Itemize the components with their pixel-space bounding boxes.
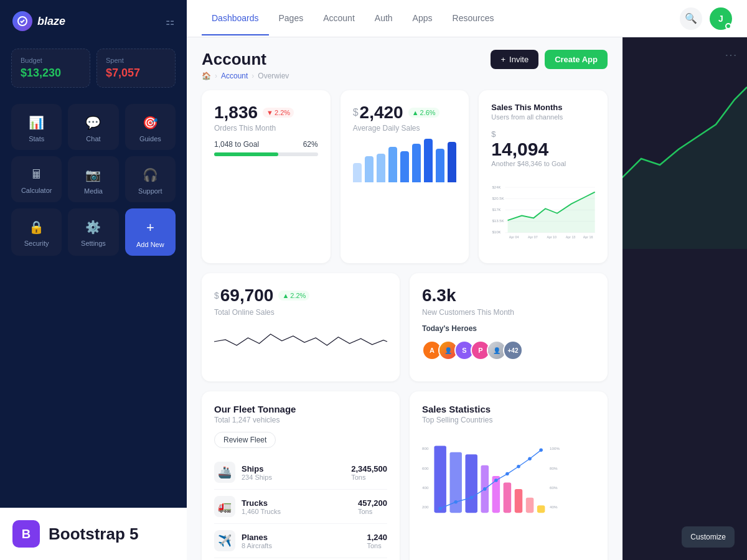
svg-text:Apr 10: Apr 10 — [547, 235, 557, 239]
planes-unit: Tons — [367, 542, 387, 549]
stats-grid-row2: $ 69,700 ▲ 2.2% Total Online Sales 6.3k — [202, 273, 608, 381]
support-icon: 🎧 — [143, 167, 158, 182]
online-sales-card: $ 69,700 ▲ 2.2% Total Online Sales — [202, 273, 400, 381]
online-sales-label: Total Online Sales — [214, 308, 387, 317]
svg-text:$20.5K: $20.5K — [492, 197, 504, 200]
ships-name: Ships — [242, 464, 272, 474]
svg-text:$17K: $17K — [492, 208, 501, 212]
planes-count: 8 Aircrafts — [242, 542, 272, 549]
nav-link-apps[interactable]: Apps — [403, 2, 443, 35]
online-sales-value: 69,700 — [220, 286, 274, 306]
svg-text:40%: 40% — [550, 505, 558, 509]
settings-icon: ⚙️ — [85, 220, 101, 235]
logo-icon — [12, 11, 32, 31]
svg-text:400: 400 — [422, 485, 429, 490]
svg-marker-43 — [622, 87, 747, 249]
nav-label-guides: Guides — [139, 135, 161, 142]
sales-stats-title: Sales Statistics — [422, 404, 595, 414]
guides-icon: 🎯 — [143, 115, 158, 130]
svg-text:Apr 07: Apr 07 — [528, 235, 538, 239]
menu-icon[interactable]: ⚏ — [166, 16, 174, 27]
svg-point-38 — [539, 449, 543, 452]
page-area: Account 🏠 › Account › Overwiev + Invite … — [187, 37, 747, 560]
page-title-section: Account 🏠 › Account › Overwiev — [202, 50, 289, 80]
page-title: Account — [202, 50, 289, 69]
breadcrumb-account[interactable]: Account — [221, 72, 248, 80]
nav-link-account[interactable]: Account — [313, 2, 365, 35]
content: Account 🏠 › Account › Overwiev + Invite … — [187, 37, 622, 560]
sidebar: blaze ⚏ Budget $13,230 Spent $7,057 📊 St… — [0, 0, 187, 560]
chat-icon: 💬 — [85, 115, 101, 130]
right-panel-content: ⋯ — [622, 37, 747, 82]
trucks-name: Trucks — [242, 498, 281, 508]
svg-rect-28 — [526, 498, 534, 513]
fleet-row-planes: ✈️ Planes 8 Aircrafts 1,240 Tons — [214, 524, 387, 558]
svg-point-31 — [454, 500, 458, 504]
nav-link-auth[interactable]: Auth — [365, 2, 403, 35]
nav-item-stats[interactable]: 📊 Stats — [11, 104, 62, 150]
trucks-count: 1,460 Trucks — [242, 508, 281, 515]
goal-text: 1,048 to Goal — [214, 140, 259, 149]
bar-1 — [353, 163, 362, 182]
nav-link-pages[interactable]: Pages — [269, 2, 314, 35]
nav-item-calculator[interactable]: 🖩 Calculator — [11, 156, 62, 202]
wave-chart — [214, 317, 387, 366]
planes-name: Planes — [242, 533, 272, 542]
customers-label: New Customers This Month — [422, 308, 595, 317]
nav-item-support[interactable]: 🎧 Support — [125, 156, 176, 202]
online-dot — [725, 23, 731, 29]
main: Dashboards Pages Account Auth Apps Resou… — [187, 0, 747, 560]
nav-label-settings: Settings — [81, 240, 106, 247]
right-panel: ⋯ Customize — [622, 37, 747, 560]
orders-label: Orders This Month — [214, 124, 318, 133]
user-avatar[interactable]: J — [710, 7, 732, 30]
svg-text:$24K: $24K — [492, 185, 501, 189]
breadcrumb-home-icon[interactable]: 🏠 — [202, 72, 211, 80]
nav-item-security[interactable]: 🔒 Security — [11, 208, 62, 256]
svg-text:200: 200 — [422, 505, 429, 509]
budget-row: Budget $13,230 Spent $7,057 — [0, 42, 187, 99]
panel-dots-icon[interactable]: ⋯ — [725, 47, 737, 62]
nav-item-add-new[interactable]: + Add New — [125, 208, 176, 256]
goal-pct: 62% — [303, 140, 318, 149]
planes-icon: ✈️ — [214, 530, 235, 551]
sidebar-header: blaze ⚏ — [0, 0, 187, 42]
nav-item-media[interactable]: 📷 Media — [68, 156, 118, 202]
svg-text:60%: 60% — [550, 485, 558, 490]
invite-button[interactable]: + Invite — [491, 50, 538, 69]
svg-text:$10K: $10K — [492, 230, 501, 234]
create-app-button[interactable]: Create App — [545, 50, 608, 69]
daily-sales-value: 2,420 — [360, 103, 403, 123]
spent-card: Spent $7,057 — [96, 49, 176, 88]
daily-sales-label: Average Daily Sales — [353, 124, 457, 133]
daily-sales-card: $ 2,420 ▲ 2.6% Average Daily Sales — [341, 90, 469, 263]
goal-row: 1,048 to Goal 62% — [214, 140, 318, 149]
nav-label-stats: Stats — [29, 135, 44, 142]
nav-item-chat[interactable]: 💬 Chat — [68, 104, 118, 150]
ships-value: 2,345,500 — [351, 464, 387, 474]
search-button[interactable]: 🔍 — [680, 7, 702, 30]
top-nav-links: Dashboards Pages Account Auth Apps Resou… — [202, 2, 504, 35]
ships-count: 234 Ships — [242, 474, 272, 481]
spent-label: Spent — [106, 57, 166, 64]
customers-card: 6.3k New Customers This Month Today's He… — [410, 273, 608, 381]
nav-label-security: Security — [24, 240, 49, 247]
customize-button[interactable]: Customize — [682, 526, 735, 548]
review-fleet-button[interactable]: Review Fleet — [214, 432, 276, 448]
nav-item-guides[interactable]: 🎯 Guides — [125, 104, 176, 150]
sales-line-chart: $24K $20.5K $17K $13.5K $10K Apr 04 A — [491, 174, 595, 248]
add-icon: + — [146, 220, 154, 236]
sales-month-note: Another $48,346 to Goal — [491, 160, 595, 167]
trucks-value: 457,200 — [358, 498, 387, 508]
nav-link-resources[interactable]: Resources — [443, 2, 504, 35]
bar-5 — [400, 151, 409, 182]
ships-unit: Tons — [351, 474, 387, 481]
stats-grid-row1: 1,836 ▼ 2.2% Orders This Month 1,048 to … — [202, 90, 608, 263]
sidebar-bottom: B Bootstrap 5 — [0, 508, 187, 560]
nav-item-settings[interactable]: ⚙️ Settings — [68, 208, 118, 256]
bottom-grid: Our Fleet Tonnage Total 1,247 vehicles R… — [202, 391, 608, 560]
goal-fill — [214, 152, 278, 156]
nav-link-dashboards[interactable]: Dashboards — [202, 2, 269, 35]
fleet-subtitle: Total 1,247 vehicles — [214, 416, 387, 424]
bootstrap-text: Bootstrap 5 — [49, 525, 138, 544]
